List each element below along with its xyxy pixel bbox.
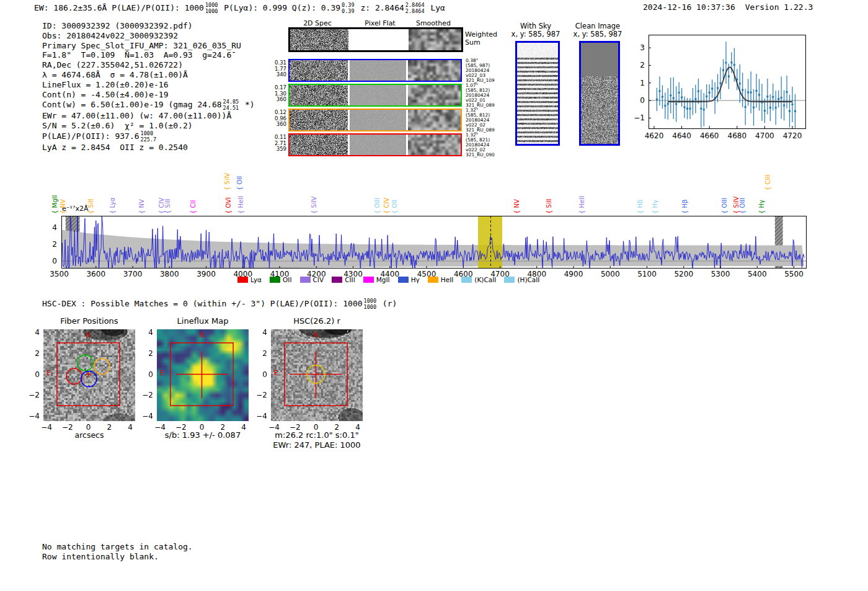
text-segment: (r) [378, 299, 397, 308]
emission-line-label: { SiII [87, 198, 94, 214]
emission-line-label: { SiII [546, 198, 552, 214]
fullspec-x-tick-label: 5400 [748, 270, 767, 278]
legend-swatch [504, 277, 515, 283]
clean-image [579, 41, 620, 146]
header-version: Version 1.22.3 [745, 2, 813, 12]
cutout-x-tick-label: 0 [200, 423, 205, 432]
emission-line-label: { HeII [578, 196, 585, 214]
fullspec-x-tick-label: 5300 [711, 270, 730, 278]
inset-x-tick-label: 4700 [755, 131, 774, 140]
emission-line-label: { Lyα [109, 197, 116, 214]
text-segment: Primary Spec_Slot_IFU_AMP: 321_026_035_R… [42, 41, 241, 50]
with-sky-coords: x, y: 585, 987 [512, 30, 560, 38]
legend-label: (K)CaII [474, 276, 496, 283]
legend-item: OII [270, 276, 291, 283]
inset-y-tick-label: 1 [631, 79, 645, 87]
compass-north-label: N [199, 331, 204, 339]
legend-label: OII [283, 276, 291, 283]
inset-x-tick-label: 4720 [783, 131, 802, 140]
fullspec-x-tick-label: 4900 [564, 270, 583, 278]
emission-line-label: { OVI [225, 197, 232, 214]
text-segment: EW: 186.2±35.6Å P(LAE)/P(OII): 1000 [34, 3, 204, 12]
emission-line-label: { HeII [237, 196, 244, 214]
hsc-xlabel2: EWr: 247, PLAE: 1000 [273, 440, 360, 450]
stacked-fraction: 10001000 [364, 298, 376, 310]
footer-note: No matching targets in catalog. Row inte… [42, 542, 193, 562]
legend-label: CIV [313, 276, 324, 283]
text-segment: S/N = 5.2(±0.6) χ² = 1.0(±0.2) [42, 121, 193, 130]
hsc-xlabel: m:26.2 rc:1.0" s:0.1" [275, 430, 358, 440]
cutout-x-tick-label: 2 [220, 423, 225, 432]
info-line: F=1.8" T=0.109 N̄=1.03 A=0.93 g=24.6̄ [42, 50, 309, 60]
legend-label: (H)CaII [517, 276, 539, 283]
spec2d-row-right-labels: 1.07" (585, 812) 20180424 v022_01 321_RU… [466, 83, 495, 108]
legend-swatch [428, 277, 438, 283]
fiber-positions-title: Fiber Positions [60, 316, 118, 326]
cutout-y-tick-label: 2 [140, 349, 153, 358]
legend-swatch [461, 277, 472, 283]
col-header-pixel-flat: Pixel Flat [365, 19, 395, 27]
compass-north-label: N [313, 331, 318, 339]
fullspec-x-tick-label: 3500 [50, 270, 69, 278]
compass-east-label: E [160, 369, 164, 377]
text-segment: ID: 3000932392 (3000932392.pdf) [42, 21, 193, 30]
footer-line-1: No matching targets in catalog. [42, 542, 193, 552]
fullspec-x-tick-label: 3900 [197, 270, 216, 278]
text-segment: *) [240, 100, 254, 109]
emission-line-label: { OIII [739, 198, 746, 214]
emission-line-label: { Hβ [681, 200, 688, 214]
cutout-y-tick-label: −2 [254, 391, 267, 399]
inset-x-tick-label: 4660 [700, 131, 719, 140]
emission-line-label: { Hγ [652, 200, 658, 214]
cutout-x-tick-label: −4 [154, 423, 166, 432]
text-segment: HSC-DEX : Possible Matches = 0 (within +… [42, 299, 363, 308]
weighted-sum-label: Weighted Sum [465, 31, 497, 47]
spec2d-row-strip [288, 84, 462, 107]
hsc-dex-match-line: HSC-DEX : Possible Matches = 0 (within +… [42, 298, 397, 310]
cutout-y-tick-label: −4 [140, 412, 153, 420]
emission-line-label: { SiIV [224, 173, 231, 190]
legend-swatch [300, 277, 311, 283]
text-segment: λ = 4674.68Å σ = 4.78(±1.00)Å [42, 70, 188, 79]
cutout-x-tick-label: −4 [41, 423, 52, 432]
cutout-y-tick-label: −2 [26, 391, 40, 399]
fullspec-y-tick-label: 2 [47, 240, 57, 249]
spectrum-legend: LyαOIICIVCIIIMgIIHγHeII(K)CaII(H)CaII [237, 276, 539, 283]
emission-line-label: { OIII [374, 198, 381, 214]
cutout-y-tick-label: −4 [254, 412, 267, 420]
col-header-2d-spec: 2D Spec [303, 19, 332, 27]
weighted-sum-strip [288, 27, 463, 52]
text-segment: Lyα [426, 3, 445, 12]
emission-line-label: { CIV [383, 198, 390, 214]
full-spectrum-plot [61, 216, 807, 269]
legend-label: Hγ [411, 276, 420, 283]
emission-line-label: { OII [391, 200, 398, 214]
emission-line-label: { NV [60, 199, 66, 214]
text-segment: LyA z = 2.8454 OII z = 0.2540 [42, 143, 188, 152]
cutout-x-tick-label: −4 [268, 423, 280, 432]
fullspec-y-tick-label: 4 [47, 223, 57, 232]
spec2d-row-strip [288, 109, 462, 131]
emission-line-label: { OII [236, 176, 243, 190]
hsc-r-image [271, 329, 363, 421]
elixer-report-page: EW: 186.2±35.6Å P(LAE)/P(OII): 100010001… [0, 0, 868, 591]
with-sky-title: With Sky [520, 22, 551, 30]
info-line: ID: 3000932392 (3000932392.pdf) [42, 21, 309, 31]
spec2d-row-right-labels: 1.32" (585, 821) 20180424 v022_02 321_RU… [466, 133, 495, 158]
text-segment: LineFlux = 1.20(±0.20)e-16 [42, 80, 169, 89]
stacked-fraction: 24.8524.51 [223, 99, 239, 111]
text-segment: F=1.8" T=0.109 N̄=1.03 A=0.93 g=24.6̄ [42, 50, 231, 60]
spec2d-row-right-labels: 0.38" (585, 987) 20180424 v022_03 321_RU… [466, 58, 495, 83]
spec2d-row-right-labels: 1.32" (585, 812) 20180424 v022_02 321_RU… [466, 108, 495, 133]
text-segment: Cont(n) = -4.50(±4.00)e-19 [42, 90, 169, 99]
stacked-fraction: 2.84642.8464 [405, 2, 425, 14]
clean-image-title: Clean Image [575, 22, 620, 30]
spec2d-row-left-labels: 0.17 1.30 360 [267, 85, 286, 103]
emission-line-label: { SiIV [311, 197, 317, 214]
fullspec-x-tick-label: 5100 [637, 270, 657, 278]
cutout-y-tick-label: −4 [26, 412, 40, 420]
cutout-x-tick-label: 2 [107, 423, 112, 432]
spec2d-row-strip [288, 59, 462, 82]
fullspec-x-tick-label: 5500 [784, 270, 804, 278]
cutout-y-tick-label: 0 [140, 370, 153, 379]
